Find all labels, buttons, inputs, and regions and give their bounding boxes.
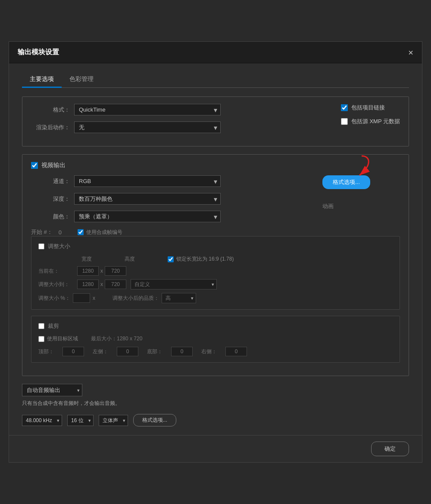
include-source-xmp-checkbox[interactable] xyxy=(341,118,348,125)
right-input[interactable] xyxy=(225,347,247,356)
audio-note: 只有当合成中含有音频时，才会输出音频。 xyxy=(22,400,409,407)
use-comp-frame-checkbox[interactable] xyxy=(78,229,84,235)
format-select[interactable]: QuickTime xyxy=(74,104,221,115)
include-source-xmp-label[interactable]: 包括源 XMP 元数据 xyxy=(341,118,400,125)
current-height-input[interactable] xyxy=(105,266,126,276)
audio-bottom-row: 48.000 kHz 16 位 立体声 格式选项... xyxy=(22,414,409,426)
quality-label: 调整大小后的品质： xyxy=(112,295,159,302)
resize-header: 调整大小 xyxy=(38,243,393,250)
video-left: 通道： RGB 深度： 数百万 xyxy=(31,175,314,236)
crop-checkbox[interactable] xyxy=(38,323,44,329)
animation-label: 动画 xyxy=(322,203,334,209)
audio-section: 自动音频输出 只有当合成中含有音频时，才会输出音频。 48.000 kHz 16… xyxy=(22,384,409,426)
start-input[interactable] xyxy=(59,229,72,236)
hz-select-wrapper[interactable]: 48.000 kHz xyxy=(22,415,62,426)
post-render-row: 渲染后动作： 无 xyxy=(31,121,319,133)
video-output-header: 视频输出 xyxy=(31,162,400,169)
format-options-button[interactable]: 格式选项... xyxy=(322,175,370,189)
resize-pct-left: 调整大小 %： x xyxy=(38,293,95,303)
resize-to-row: 调整大小到： x 自定义 xyxy=(38,279,393,289)
depth-select[interactable]: 数百万种颜色 xyxy=(74,193,221,205)
depth-select-wrapper[interactable]: 数百万种颜色 xyxy=(74,193,221,205)
channel-select[interactable]: RGB xyxy=(74,175,221,187)
audio-auto-select[interactable]: 自动音频输出 xyxy=(22,384,82,396)
quality-select[interactable]: 高 xyxy=(162,293,196,303)
format-options-area: 格式选项... xyxy=(322,175,370,189)
format-select-wrapper[interactable]: QuickTime xyxy=(74,104,221,115)
lock-ratio-label[interactable]: 锁定长宽比为 16:9 (1.78) xyxy=(168,255,234,263)
left-label: 左侧： xyxy=(93,348,108,355)
resize-preset-select[interactable]: 自定义 xyxy=(131,279,217,289)
resize-pct-row: 调整大小 %： x 调整大小后的品质： 高 xyxy=(38,293,393,303)
video-output-checkbox[interactable] xyxy=(31,162,38,169)
top-input[interactable] xyxy=(62,347,84,356)
bits-select-wrapper[interactable]: 16 位 xyxy=(67,415,94,426)
use-target-label[interactable]: 使用目标区域 xyxy=(38,335,78,342)
channels-select[interactable]: 立体声 xyxy=(99,415,128,426)
audio-format-options-button[interactable]: 格式选项... xyxy=(133,414,176,426)
crop-values-row: 顶部： 左侧： 底部： 右侧： xyxy=(38,347,393,356)
include-project-link-checkbox[interactable] xyxy=(341,104,348,111)
resize-checkbox[interactable] xyxy=(38,243,44,249)
resize-section: 调整大小 宽度 高度 锁定长宽比为 16:9 (1.78) 当前在： xyxy=(31,236,400,310)
resize-quality-row: 调整大小后的品质： 高 xyxy=(112,293,196,303)
crop-section: 裁剪 使用目标区域 最后大小：1280 x 720 顶部： 左侧： xyxy=(31,316,400,363)
dialog-footer: 确定 xyxy=(9,435,422,462)
format-row: 格式： QuickTime xyxy=(31,104,319,115)
video-right: 格式选项... xyxy=(322,175,400,236)
color-select-wrapper[interactable]: 预乘（遮罩） xyxy=(74,211,221,222)
tab-main[interactable]: 主要选项 xyxy=(22,72,62,88)
include-project-link-label[interactable]: 包括项目链接 xyxy=(341,104,400,112)
resize-headers: 宽度 高度 锁定长宽比为 16:9 (1.78) xyxy=(81,255,393,263)
resize-title: 调整大小 xyxy=(48,243,70,250)
format-label: 格式： xyxy=(31,106,70,114)
hz-select[interactable]: 48.000 kHz xyxy=(22,415,62,426)
top-label: 顶部： xyxy=(38,348,54,355)
dialog: 输出模块设置 × 主要选项 色彩管理 格式： xyxy=(9,41,422,463)
post-render-select[interactable]: 无 xyxy=(74,121,221,133)
resize-to-label: 调整大小到： xyxy=(38,281,77,288)
color-select[interactable]: 预乘（遮罩） xyxy=(74,211,221,222)
bottom-input[interactable] xyxy=(171,347,193,356)
include-project-link-text: 包括项目链接 xyxy=(351,104,385,112)
current-label: 当前在： xyxy=(38,268,77,275)
color-label: 颜色： xyxy=(31,213,70,221)
current-width-input[interactable] xyxy=(77,266,99,276)
use-target-checkbox[interactable] xyxy=(38,336,44,342)
lock-ratio-checkbox[interactable] xyxy=(168,256,174,262)
start-row: 开始 #： 使用合成帧编号 xyxy=(31,228,314,236)
bottom-label: 底部： xyxy=(147,348,162,355)
depth-row: 深度： 数百万种颜色 xyxy=(31,193,314,205)
audio-auto-wrapper[interactable]: 自动音频输出 xyxy=(22,384,82,396)
resize-preset-wrapper[interactable]: 自定义 xyxy=(131,279,217,289)
bits-select[interactable]: 16 位 xyxy=(67,415,94,426)
resize-height-input[interactable] xyxy=(105,280,126,289)
audio-top-row: 自动音频输出 xyxy=(22,384,409,396)
dialog-title: 输出模块设置 xyxy=(18,48,59,57)
quality-select-wrapper[interactable]: 高 xyxy=(162,293,196,303)
left-form: 格式： QuickTime 渲染后动作： xyxy=(31,104,319,139)
include-source-xmp-text: 包括源 XMP 元数据 xyxy=(351,118,400,125)
depth-label: 深度： xyxy=(31,195,70,203)
channel-select-wrapper[interactable]: RGB xyxy=(74,175,221,187)
resize-pct-input[interactable] xyxy=(73,293,90,303)
current-size-row: 当前在： x xyxy=(38,266,393,276)
tab-color[interactable]: 色彩管理 xyxy=(62,72,101,88)
crop-title: 裁剪 xyxy=(48,322,59,330)
use-target-text: 使用目标区域 xyxy=(47,335,78,342)
left-input[interactable] xyxy=(117,347,138,356)
video-content: 通道： RGB 深度： 数百万 xyxy=(31,175,400,236)
channel-row: 通道： RGB xyxy=(31,175,314,187)
channels-select-wrapper[interactable]: 立体声 xyxy=(99,415,128,426)
crop-header: 裁剪 xyxy=(38,322,393,330)
post-render-label: 渲染后动作： xyxy=(31,124,70,131)
ok-button[interactable]: 确定 xyxy=(371,442,409,456)
right-checkboxes: 包括项目链接 包括源 XMP 元数据 xyxy=(341,104,400,125)
tab-bar: 主要选项 色彩管理 xyxy=(22,72,409,88)
close-button[interactable]: × xyxy=(408,48,413,57)
start-label: 开始 #： xyxy=(31,228,53,236)
resize-width-input[interactable] xyxy=(77,280,99,289)
color-row: 颜色： 预乘（遮罩） xyxy=(31,211,314,222)
use-comp-frame-label[interactable]: 使用合成帧编号 xyxy=(78,229,122,236)
post-render-select-wrapper[interactable]: 无 xyxy=(74,121,221,133)
